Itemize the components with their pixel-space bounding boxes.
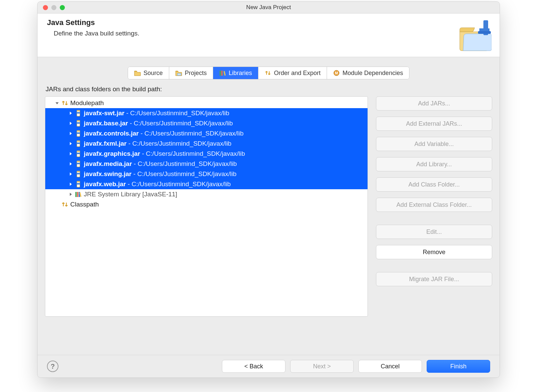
tab-label: Module Dependencies xyxy=(343,70,403,77)
tab-label: Order and Export xyxy=(274,70,321,77)
tree-node-classpath[interactable]: Classpath xyxy=(45,199,368,210)
svg-rect-18 xyxy=(77,143,80,144)
svg-rect-30 xyxy=(77,183,80,185)
help-button[interactable]: ? xyxy=(47,361,58,372)
next-button[interactable]: Next > xyxy=(290,360,354,373)
svg-rect-21 xyxy=(77,153,80,154)
jar-name: javafx.fxml.jar xyxy=(84,140,127,147)
svg-rect-9 xyxy=(77,112,80,114)
jar-icon xyxy=(75,181,82,188)
tab-order-export[interactable]: Order and Export xyxy=(258,67,327,79)
svg-rect-25 xyxy=(77,161,80,162)
svg-rect-28 xyxy=(77,171,80,172)
svg-rect-13 xyxy=(77,120,80,121)
migrate-jar-file-button[interactable]: Migrate JAR File... xyxy=(376,272,492,286)
svg-rect-24 xyxy=(77,163,80,164)
jar-icon xyxy=(75,120,82,127)
tree-heading: JARs and class folders on the build path… xyxy=(46,85,492,93)
jar-path: - C:/Users/Justinmind_SDK/javax/lib xyxy=(132,160,237,167)
tab-projects[interactable]: Projects xyxy=(169,67,213,79)
jar-name: javafx.graphics.jar xyxy=(84,150,140,157)
dialog-header: Java Settings Define the Java build sett… xyxy=(37,14,500,57)
tree-node-jar[interactable]: javafx.web.jar - C:/Users/Justinmind_SDK… xyxy=(45,179,368,189)
add-external-jars-button[interactable]: Add External JARs... xyxy=(376,117,492,131)
modulepath-icon xyxy=(61,100,68,106)
tree-node-jar[interactable]: javafx.fxml.jar - C:/Users/Justinmind_SD… xyxy=(45,139,368,149)
add-library-button[interactable]: Add Library... xyxy=(376,157,492,171)
window-title: New Java Project xyxy=(37,4,500,11)
jar-name: javafx.swing.jar xyxy=(84,170,132,177)
build-path-tree[interactable]: Modulepath javafx-swt.jar - C:/Users/Jus… xyxy=(45,96,368,317)
svg-rect-3 xyxy=(220,71,221,76)
tree-node-jar[interactable]: javafx-swt.jar - C:/Users/Justinmind_SDK… xyxy=(45,108,368,118)
chevron-down-icon xyxy=(55,101,59,105)
chevron-right-icon xyxy=(68,111,73,116)
dialog-content: Source Projects Libraries Order and Expo… xyxy=(37,57,500,355)
page-title: Java Settings xyxy=(37,14,500,27)
add-jars-button[interactable]: Add JARs... xyxy=(376,96,492,111)
tab-libraries[interactable]: Libraries xyxy=(213,67,258,79)
svg-rect-16 xyxy=(77,130,80,131)
tree-node-jar[interactable]: javafx.base.jar - C:/Users/Justinmind_SD… xyxy=(45,118,368,128)
jar-icon xyxy=(75,161,82,167)
tree-node-jar[interactable]: javafx.media.jar - C:/Users/Justinmind_S… xyxy=(45,159,368,169)
tree-node-jre[interactable]: JRE System Library [JavaSE-11] xyxy=(45,189,368,199)
edit-button[interactable]: Edit... xyxy=(376,225,492,239)
svg-rect-12 xyxy=(77,122,80,124)
jar-name: javafx.media.jar xyxy=(84,160,132,167)
svg-text:M: M xyxy=(335,71,338,75)
source-folder-icon xyxy=(134,70,141,76)
chevron-right-icon xyxy=(68,172,73,176)
svg-rect-19 xyxy=(77,141,80,142)
tab-label: Projects xyxy=(185,70,207,77)
tab-module-dependencies[interactable]: M Module Dependencies xyxy=(327,67,409,79)
chevron-right-icon xyxy=(68,151,73,156)
order-export-icon xyxy=(265,70,271,76)
svg-rect-27 xyxy=(77,173,80,174)
library-books-icon xyxy=(75,191,82,198)
svg-rect-32 xyxy=(75,192,77,197)
spacer xyxy=(55,202,59,207)
jar-icon xyxy=(75,171,82,177)
tree-node-modulepath[interactable]: Modulepath xyxy=(45,98,368,108)
jar-path: - C:/Users/Justinmind_SDK/javax/lib xyxy=(128,120,233,127)
back-button[interactable]: < Back xyxy=(222,360,285,373)
svg-rect-15 xyxy=(77,132,80,134)
classpath-icon xyxy=(61,201,68,208)
jar-name: javafx.controls.jar xyxy=(84,130,139,137)
svg-rect-22 xyxy=(77,151,80,152)
tree-node-jar[interactable]: javafx.swing.jar - C:/Users/Justinmind_S… xyxy=(45,169,368,179)
svg-rect-10 xyxy=(77,110,80,111)
jar-icon xyxy=(75,140,82,147)
jar-name: javafx.web.jar xyxy=(84,180,126,188)
tree-node-jar[interactable]: javafx.graphics.jar - C:/Users/Justinmin… xyxy=(45,149,368,159)
tab-label: Source xyxy=(144,70,163,77)
jar-icon xyxy=(75,130,82,137)
side-button-column: Add JARs... Add External JARs... Add Var… xyxy=(376,96,492,348)
chevron-right-icon xyxy=(68,162,73,166)
add-variable-button[interactable]: Add Variable... xyxy=(376,137,492,151)
chevron-right-icon xyxy=(68,131,73,136)
chevron-right-icon xyxy=(68,141,73,146)
cancel-button[interactable]: Cancel xyxy=(358,360,422,373)
node-label: Modulepath xyxy=(70,99,104,107)
tree-node-jar[interactable]: javafx.controls.jar - C:/Users/Justinmin… xyxy=(45,128,368,139)
jar-path: - C:/Users/Justinmind_SDK/javax/lib xyxy=(124,109,229,117)
page-subtitle: Define the Java build settings. xyxy=(54,30,500,37)
remove-button[interactable]: Remove xyxy=(376,245,492,259)
jar-icon xyxy=(75,150,82,157)
jar-path: - C:/Users/Justinmind_SDK/javax/lib xyxy=(126,180,231,188)
add-external-class-folder-button[interactable]: Add External Class Folder... xyxy=(376,198,492,212)
module-icon: M xyxy=(333,70,340,76)
libraries-icon xyxy=(219,70,226,76)
jar-path: - C:/Users/Justinmind_SDK/javax/lib xyxy=(127,140,231,147)
folder-java-icon xyxy=(458,18,492,52)
jar-name: javafx-swt.jar xyxy=(84,109,124,117)
add-class-folder-button[interactable]: Add Class Folder... xyxy=(376,177,492,192)
jar-path: - C:/Users/Justinmind_SDK/javax/lib xyxy=(140,150,245,157)
tab-source[interactable]: Source xyxy=(128,67,169,79)
dialog-window: New Java Project Java Settings Define th… xyxy=(37,1,500,378)
projects-folder-icon xyxy=(175,70,182,76)
chevron-right-icon xyxy=(68,192,73,197)
finish-button[interactable]: Finish xyxy=(427,360,490,373)
